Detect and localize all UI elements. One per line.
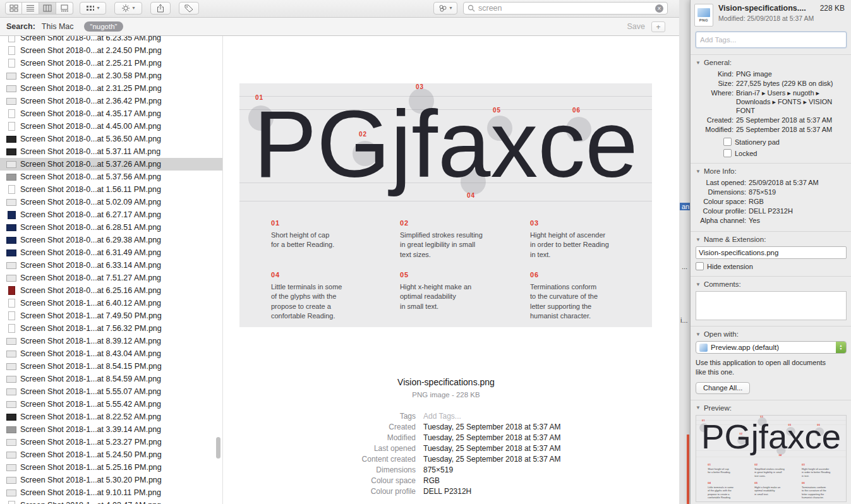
list-view-button[interactable] — [22, 2, 39, 15]
file-row[interactable]: Screen Shot 2018-0...at 6.25.16 AM.png — [0, 284, 222, 297]
file-row[interactable]: Screen Shot 2018-1...at 4.03.47 AM.png — [0, 499, 222, 504]
file-row[interactable]: Screen Shot 2018-1...at 9.10.11 PM.png — [0, 486, 222, 499]
marker-number: 03 — [416, 83, 424, 90]
tag-button[interactable] — [179, 2, 199, 15]
file-thumbnail-icon — [6, 412, 17, 422]
add-criteria-button[interactable]: + — [651, 21, 665, 32]
search-scope-bar: Search: This Mac “nugoth” Save + — [0, 18, 679, 36]
file-row[interactable]: Screen Shot 2018-0...at 2.24.50 PM.png — [0, 44, 222, 57]
search-token[interactable]: “nugoth” — [84, 21, 124, 32]
file-name: Screen Shot 2018-1...at 5.25.16 PM.png — [20, 463, 162, 472]
file-row[interactable]: Screen Shot 2018-1...at 7.49.50 PM.png — [0, 309, 222, 322]
share-button[interactable] — [150, 2, 171, 15]
meta-value[interactable]: Add Tags... — [423, 411, 461, 422]
search-input[interactable] — [478, 4, 652, 13]
file-row[interactable]: Screen Shot 2018-1...at 8.54.59 AM.png — [0, 373, 222, 385]
file-row[interactable]: Screen Shot 2018-0...at 2.30.58 PM.png — [0, 69, 222, 82]
file-name: Screen Shot 2018-1...at 5.23.27 PM.png — [20, 438, 162, 447]
file-row[interactable]: Screen Shot 2018-0...at 6.29.38 AM.png — [0, 234, 222, 246]
file-row[interactable]: Screen Shot 2018-0...at 6.28.51 AM.png — [0, 221, 222, 234]
gallery-view-button[interactable] — [56, 2, 73, 15]
section-title: Open with: — [704, 330, 739, 338]
tags-dropdown-button[interactable]: ▾ — [433, 2, 457, 15]
hide-extension-checkbox[interactable]: Hide extension — [696, 262, 846, 270]
specimen-canvas: PGjfaxce01020304050601Short height of ca… — [239, 83, 652, 327]
file-row[interactable]: Screen Shot 2018-1...at 5.30.20 PM.png — [0, 474, 222, 486]
file-row[interactable]: Screen Shot 2018-1...at 8.22.52 AM.png — [0, 411, 222, 423]
file-name: Screen Shot 2018-0...at 6.27.17 AM.png — [20, 210, 161, 219]
file-name: Screen Shot 2018-0...at 5.37.56 AM.png — [20, 172, 161, 181]
clear-search-icon[interactable]: × — [655, 4, 663, 13]
file-row[interactable]: Screen Shot 2018-1...at 6.40.12 AM.png — [0, 297, 222, 309]
file-row[interactable]: Screen Shot 2018-0...at 2.31.25 PM.png — [0, 82, 222, 95]
meta-value: RGB — [423, 476, 440, 486]
section-title: Name & Extension: — [704, 236, 766, 243]
file-row[interactable]: Screen Shot 2018-0...at 5.37.56 AM.png — [0, 171, 222, 183]
file-thumbnail-icon — [6, 248, 17, 258]
file-row[interactable]: Screen Shot 2018-1...at 5.55.42 AM.png — [0, 398, 222, 411]
scrollbar-thumb[interactable] — [216, 437, 220, 459]
file-row[interactable]: Screen Shot 2018-0...at 6.31.49 AM.png — [0, 246, 222, 259]
add-tags-input[interactable] — [696, 32, 847, 48]
scope-this-mac[interactable]: This Mac — [42, 22, 74, 31]
open-with-select[interactable]: Preview.app (default) ▲▼ — [696, 341, 847, 354]
file-row[interactable]: Screen Shot 2018-1...at 8.43.04 AM.png — [0, 347, 222, 360]
file-row[interactable]: Screen Shot 2018-1...at 5.25.16 PM.png — [0, 461, 222, 474]
file-row[interactable]: Screen Shot 2018-0...at 4.35.17 AM.png — [0, 107, 222, 120]
checkbox-label: Locked — [735, 150, 757, 157]
file-row[interactable]: Screen Shot 2018-0...at 5.36.50 AM.png — [0, 133, 222, 145]
section-header-name-extension[interactable]: ▼ Name & Extension: — [696, 236, 846, 243]
section-header-more-info[interactable]: ▼ More Info: — [696, 167, 846, 175]
info-label: Size: — [696, 79, 733, 88]
file-row[interactable]: Screen Shot 2018-0...at 5.02.09 AM.png — [0, 196, 222, 208]
marker-number: 01 — [255, 94, 263, 101]
save-search-button[interactable]: Save — [627, 22, 646, 31]
file-row[interactable]: Screen Shot 2018-1...at 7.56.32 PM.png — [0, 322, 222, 335]
tag-icon — [184, 4, 193, 13]
section-preview: ▼ Preview: PGjfaxce01020304050601Short h… — [691, 400, 851, 504]
section-header-general[interactable]: ▼ General: — [696, 59, 846, 66]
file-thumbnail-icon — [6, 71, 17, 81]
column-view-button[interactable] — [39, 2, 56, 15]
meta-label: Last opened — [223, 443, 416, 454]
action-menu-button[interactable]: ▾ — [114, 2, 142, 15]
file-row[interactable]: Screen Shot 2018-1...at 3.39.14 AM.png — [0, 423, 222, 436]
icon-view-button[interactable] — [5, 2, 22, 15]
file-row[interactable]: Screen Shot 2018-1...at 8.39.12 AM.png — [0, 335, 222, 347]
file-row[interactable]: Screen Shot 2018-0...at 1.56.11 PM.png — [0, 183, 222, 196]
file-name: Screen Shot 2018-1...at 7.49.50 PM.png — [20, 311, 162, 320]
file-row[interactable]: Screen Shot 2018-1...at 5.23.27 PM.png — [0, 436, 222, 448]
checkbox-locked[interactable]: Locked — [723, 149, 846, 157]
group-button[interactable]: ▾ — [80, 2, 106, 15]
file-row[interactable]: Screen Shot 2018-0...at 4.45.00 AM.png — [0, 120, 222, 133]
filename-input[interactable] — [696, 246, 847, 259]
file-row[interactable]: Screen Shot 2018-0...at 2.36.42 PM.png — [0, 95, 222, 107]
file-row[interactable]: Screen Shot 2018-1...at 5.55.07 AM.png — [0, 385, 222, 398]
file-thumbnail-icon — [6, 399, 17, 409]
file-row[interactable]: Screen Shot 2018-0...at 5.37.26 AM.png — [0, 158, 222, 171]
file-row[interactable]: Screen Shot 2018-0...at 5.37.11 AM.png — [0, 145, 222, 158]
checkbox-stationery-pad[interactable]: Stationery pad — [723, 138, 846, 146]
group-icon — [86, 4, 95, 12]
file-row[interactable]: Screen Shot 2018-0...at 6.23.35 AM.png — [0, 36, 222, 44]
marker-number: 03 — [760, 416, 763, 418]
search-field[interactable]: × — [463, 2, 668, 15]
comments-textarea[interactable] — [696, 291, 847, 320]
section-header-preview[interactable]: ▼ Preview: — [696, 404, 846, 412]
change-all-button[interactable]: Change All... — [696, 382, 750, 394]
chevron-down-icon: ▾ — [97, 6, 99, 11]
search-label: Search: — [6, 22, 35, 31]
annotation: 01Short height of cap for a better Readi… — [271, 219, 382, 250]
meta-label: Tags — [223, 411, 416, 422]
file-row[interactable]: Screen Shot 2018-1...at 5.24.50 PM.png — [0, 448, 222, 461]
section-header-open-with[interactable]: ▼ Open with: — [696, 330, 846, 338]
section-header-comments[interactable]: ▼ Comments: — [696, 280, 846, 288]
file-thumbnail-icon — [6, 336, 17, 346]
file-row[interactable]: Screen Shot 2018-1...at 8.54.15 PM.png — [0, 360, 222, 373]
file-row[interactable]: Screen Shot 2018-0...at 6.27.17 AM.png — [0, 208, 222, 221]
info-value: 227,525 bytes (229 KB on disk) — [736, 79, 833, 88]
file-thumbnail-icon — [6, 210, 17, 220]
file-row[interactable]: Screen Shot 2018-0...at 2.25.21 PM.png — [0, 57, 222, 69]
file-row[interactable]: Screen Shot 2018-0...at 6.33.14 AM.png — [0, 259, 222, 272]
file-row[interactable]: Screen Shot 2018-0...at 7.51.27 AM.png — [0, 272, 222, 284]
